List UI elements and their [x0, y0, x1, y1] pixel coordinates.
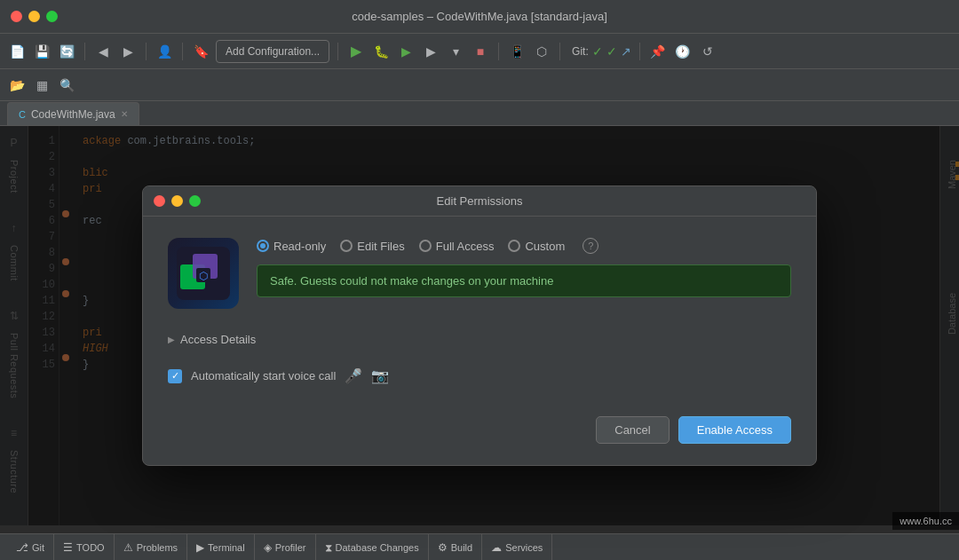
- radio-custom-label: Custom: [525, 240, 565, 253]
- voice-call-row: ✓ Automatically start voice call 🎤 📷: [168, 367, 791, 384]
- cube-icon[interactable]: ⬡: [532, 42, 551, 61]
- toolbar-separator-5: [498, 43, 499, 60]
- user-icon[interactable]: 👤: [155, 42, 174, 61]
- back-icon[interactable]: ◀: [93, 42, 113, 61]
- maximize-button[interactable]: [46, 11, 58, 22]
- search-icon[interactable]: 🔍: [57, 75, 76, 95]
- coverage-icon[interactable]: ▶: [396, 42, 416, 61]
- status-problems[interactable]: ⚠ Problems: [115, 534, 187, 561]
- title-bar: code-samples – CodeWithMe.java [standard…: [0, 0, 959, 34]
- radio-fullaccess[interactable]: Full Access: [419, 240, 495, 253]
- radio-editfiles-btn[interactable]: [340, 240, 353, 252]
- toolbar-separator-3: [182, 43, 183, 60]
- main-toolbar: 📄 💾 🔄 ◀ ▶ 👤 🔖 Add Configuration... ▶ 🐛 ▶…: [0, 34, 959, 69]
- history-icon[interactable]: 🕐: [673, 42, 693, 61]
- enable-access-button[interactable]: Enable Access: [678, 416, 791, 444]
- dialog-options: Read-only Edit Files Full Access: [257, 238, 791, 312]
- db-changes-icon: ⧗: [325, 541, 332, 554]
- status-db-changes[interactable]: ⧗ Database Changes: [316, 534, 429, 561]
- app-icon-svg: ⬡: [177, 247, 230, 300]
- mic-muted-icon[interactable]: 🎤: [345, 367, 362, 384]
- minimize-button[interactable]: [28, 11, 40, 22]
- bookmark-icon[interactable]: 🔖: [191, 42, 210, 61]
- status-profiler[interactable]: ◈ Profiler: [255, 534, 316, 561]
- undo-icon[interactable]: ↺: [698, 42, 717, 61]
- forward-icon[interactable]: ▶: [118, 42, 138, 61]
- dialog-close-button[interactable]: [154, 195, 165, 207]
- access-details-row[interactable]: ▶ Access Details: [168, 326, 791, 353]
- dialog-title: Edit Permissions: [437, 194, 523, 208]
- dialog-minimize-button[interactable]: [171, 195, 183, 207]
- status-db-changes-label: Database Changes: [336, 542, 419, 553]
- structure-icon[interactable]: ▦: [32, 75, 52, 95]
- add-configuration-button[interactable]: Add Configuration...: [216, 40, 329, 63]
- editor-area: P Project ↑ Commit ⇅ Pull Requests ≡ Str…: [0, 126, 959, 525]
- status-build[interactable]: ⚙ Build: [429, 534, 482, 561]
- app-icon: ⬡: [168, 238, 239, 309]
- tab-label: CodeWithMe.java: [31, 108, 115, 121]
- problems-icon: ⚠: [123, 541, 133, 554]
- voice-call-label: Automatically start voice call: [191, 369, 336, 383]
- tabs-bar: C CodeWithMe.java ✕: [0, 101, 959, 126]
- cancel-button[interactable]: Cancel: [596, 416, 669, 444]
- radio-fullaccess-btn[interactable]: [419, 240, 432, 252]
- edit-permissions-dialog: Edit Permissions: [142, 185, 817, 466]
- new-file-icon[interactable]: 📄: [7, 42, 27, 61]
- access-details-label: Access Details: [180, 333, 256, 346]
- dialog-title-bar: Edit Permissions: [143, 186, 816, 217]
- secondary-toolbar: 📂 ▦ 🔍: [0, 69, 959, 101]
- modal-overlay: Edit Permissions: [0, 126, 959, 525]
- radio-editfiles-label: Edit Files: [357, 240, 404, 253]
- dialog-maximize-button[interactable]: [189, 195, 201, 207]
- status-terminal-label: Terminal: [208, 542, 245, 553]
- svg-text:⬡: ⬡: [199, 270, 208, 282]
- dialog-buttons: Cancel Enable Access: [168, 409, 791, 444]
- traffic-lights: [11, 11, 58, 22]
- tab-close-icon[interactable]: ✕: [121, 109, 128, 119]
- checkbox-check-icon: ✓: [171, 371, 179, 381]
- close-button[interactable]: [11, 11, 22, 22]
- tab-file-icon: C: [19, 109, 26, 120]
- voice-checkbox[interactable]: ✓: [168, 369, 182, 383]
- tab-codewithme[interactable]: C CodeWithMe.java ✕: [7, 102, 139, 125]
- toolbar-separator-7: [639, 43, 640, 60]
- run-with-icon[interactable]: ▶: [421, 42, 440, 61]
- radio-readonly[interactable]: Read-only: [257, 240, 326, 253]
- build-icon: ⚙: [438, 541, 448, 554]
- watermark: www.6hu.cc: [892, 512, 959, 530]
- status-todo[interactable]: ☰ TODO: [54, 534, 115, 561]
- status-services[interactable]: ☁ Services: [482, 534, 552, 561]
- pin-icon[interactable]: 📌: [648, 42, 668, 61]
- radio-group: Read-only Edit Files Full Access: [257, 238, 791, 254]
- radio-custom-btn[interactable]: [508, 240, 520, 252]
- run-icon[interactable]: ▶: [346, 42, 366, 61]
- git-push-icon[interactable]: ↗: [621, 44, 631, 59]
- radio-custom[interactable]: Custom: [508, 240, 565, 253]
- git-area: Git: ✓ ✓ ↗: [572, 44, 631, 59]
- radio-readonly-btn[interactable]: [257, 240, 269, 252]
- terminal-icon: ▶: [196, 541, 204, 554]
- toolbar-separator-4: [337, 43, 338, 60]
- debug-icon[interactable]: 🐛: [371, 42, 391, 61]
- git-check-icon: ✓: [592, 44, 603, 59]
- status-profiler-label: Profiler: [275, 542, 306, 553]
- radio-readonly-label: Read-only: [273, 240, 326, 253]
- safe-banner: Safe. Guests could not make changes on y…: [257, 264, 791, 297]
- sync-icon[interactable]: 🔄: [57, 42, 76, 61]
- chevron-right-icon: ▶: [168, 335, 175, 344]
- status-bar: ⎇ Git ☰ TODO ⚠ Problems ▶ Terminal ◈ Pro…: [0, 533, 959, 560]
- stop-icon[interactable]: ■: [471, 42, 490, 61]
- toolbar-separator-6: [559, 43, 560, 60]
- help-icon[interactable]: ?: [583, 238, 598, 254]
- radio-editfiles[interactable]: Edit Files: [340, 240, 404, 253]
- status-git[interactable]: ⎇ Git: [7, 534, 54, 561]
- open-folder-icon[interactable]: 📂: [7, 75, 27, 95]
- camera-muted-icon[interactable]: 📷: [371, 367, 389, 384]
- save-icon[interactable]: 💾: [32, 42, 52, 61]
- device-icon[interactable]: 📱: [507, 42, 527, 61]
- radio-readonly-dot: [260, 243, 266, 248]
- status-terminal[interactable]: ▶ Terminal: [187, 534, 255, 561]
- git-label: Git:: [572, 45, 589, 58]
- status-build-label: Build: [451, 542, 472, 553]
- dropdown-icon[interactable]: ▾: [446, 42, 465, 61]
